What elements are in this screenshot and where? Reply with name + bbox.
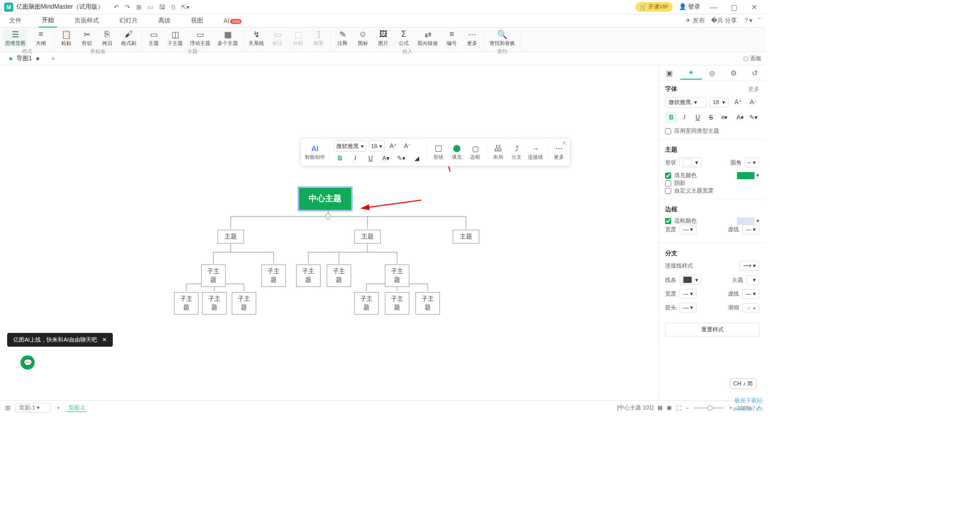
line-width-select[interactable]: — ▾ xyxy=(679,289,697,299)
ai-button[interactable]: AI智能创作 xyxy=(305,144,325,161)
save-icon[interactable]: 🖫 xyxy=(159,4,165,11)
tab-pagestyle[interactable]: 页面样式 xyxy=(71,14,102,27)
border-color-swatch[interactable] xyxy=(737,218,754,225)
bold-icon[interactable]: B xyxy=(334,153,346,164)
fill-button[interactable]: 填充 xyxy=(450,144,464,161)
ime-indicator[interactable]: CH ♪ 简 xyxy=(730,378,757,389)
font-decrease-icon[interactable]: A⁻ xyxy=(747,96,760,108)
branch-button[interactable]: ⤴分支 xyxy=(509,144,524,161)
underline-icon[interactable]: U xyxy=(692,112,704,123)
multi-topic-button[interactable]: ▦多个主题 xyxy=(215,30,240,47)
export-icon[interactable]: ⇱▾ xyxy=(181,4,189,11)
layout-button[interactable]: 品布局 xyxy=(491,144,505,161)
font-increase-icon[interactable]: A⁺ xyxy=(387,140,399,152)
rp-tab-style[interactable]: ▣ xyxy=(659,67,680,79)
panel-toggle[interactable]: ▢ 面板 xyxy=(743,55,762,62)
tab-start[interactable]: 开始 xyxy=(39,14,57,28)
font-select[interactable]: 微软雅黑 ▾ xyxy=(334,140,366,152)
page-select[interactable]: 页面-1 ▾ xyxy=(15,403,51,413)
font-decrease-icon[interactable]: A⁻ xyxy=(401,140,413,152)
number-button[interactable]: ≡编号 xyxy=(443,30,460,47)
paste-button[interactable]: 📋粘贴 xyxy=(58,30,75,47)
font-color-icon[interactable]: A▾ xyxy=(380,153,392,164)
subtopic-node[interactable]: 子主题 xyxy=(415,292,440,315)
border-dash-select[interactable]: — ▾ xyxy=(742,225,760,234)
border-width-select[interactable]: — ▾ xyxy=(679,225,697,234)
tab-file[interactable]: 文件 xyxy=(6,14,24,27)
subtopic-node[interactable]: 子主题 xyxy=(174,292,199,315)
clear-format-icon[interactable]: ◢ xyxy=(410,153,423,164)
topic-button[interactable]: ▭主题 xyxy=(145,30,162,47)
tab-advanced[interactable]: 高级 xyxy=(155,14,174,27)
fill-checkbox[interactable] xyxy=(665,173,671,179)
page-tab[interactable]: 页面-1 xyxy=(66,404,87,412)
apply-same-type-checkbox[interactable] xyxy=(665,128,671,134)
tab-view[interactable]: 视图 xyxy=(188,14,206,27)
new-icon[interactable]: ⊞ xyxy=(136,4,141,11)
tab-slides[interactable]: 幻灯片 xyxy=(116,14,141,27)
undo-icon[interactable]: ↶ xyxy=(114,4,119,11)
topic-node[interactable]: 主题 xyxy=(453,230,479,244)
border-button[interactable]: ▢边框 xyxy=(468,144,482,161)
subtopic-node[interactable]: 子主题 xyxy=(232,292,256,315)
subtopic-node[interactable]: 子主题 xyxy=(296,264,321,287)
relation-button[interactable]: ↯关系线 xyxy=(247,30,266,47)
shape-button[interactable]: 形状 xyxy=(431,144,446,161)
window-close[interactable]: ✕ xyxy=(747,3,762,11)
central-topic-node[interactable]: 中心主题 xyxy=(299,188,351,210)
font-more[interactable]: 更多 xyxy=(748,85,760,93)
zoom-out-icon[interactable]: − xyxy=(685,405,689,411)
window-maximize[interactable]: ▢ xyxy=(727,3,741,11)
strike-icon[interactable]: S xyxy=(705,112,717,123)
shape-select[interactable]: ▾ xyxy=(679,157,702,167)
shadow-checkbox[interactable] xyxy=(665,180,671,186)
vip-button[interactable]: 🛒 开通VIP xyxy=(635,2,673,12)
help-icon[interactable]: ？▾ xyxy=(743,16,752,25)
underline-icon[interactable]: U xyxy=(364,153,377,164)
subtopic-node[interactable]: 子主题 xyxy=(261,264,286,287)
collapse-ribbon-icon[interactable]: ˆ xyxy=(758,17,761,25)
font-size-select[interactable]: 18 ▾ xyxy=(709,98,729,107)
mode-mindmap[interactable]: ☰思维导图 xyxy=(3,30,28,47)
fullscreen-icon[interactable]: ⛶ xyxy=(676,405,681,411)
window-minimize[interactable]: — xyxy=(706,3,721,11)
subtopic-node[interactable]: 子主题 xyxy=(385,292,409,315)
rp-tab-format[interactable]: ✦ xyxy=(680,66,702,80)
highlight-icon[interactable]: ✎▾ xyxy=(395,153,407,164)
find-replace-button[interactable]: 🔍查找和替换 xyxy=(487,30,517,47)
zoom-slider[interactable] xyxy=(693,407,724,409)
tab-ai[interactable]: AIHot xyxy=(220,15,244,27)
bold-icon[interactable]: B xyxy=(665,112,677,123)
corner-select[interactable]: ⌐ ▾ xyxy=(745,158,760,167)
line-color-select[interactable]: ▾ xyxy=(679,275,702,285)
taper-select[interactable]: ⟋ ▾ xyxy=(742,303,760,312)
cut-button[interactable]: ✂剪切 xyxy=(78,30,95,47)
connector-style-select[interactable]: ⟶ ▾ xyxy=(740,261,760,271)
subtopic-node[interactable]: 子主题 xyxy=(202,292,227,315)
rp-tab-tag[interactable]: ◎ xyxy=(702,67,723,79)
ai-fab-button[interactable]: 💬 xyxy=(20,355,35,370)
redo-icon[interactable]: ↷ xyxy=(125,4,130,11)
italic-icon[interactable]: I xyxy=(678,112,691,123)
note-button[interactable]: ✎注释 xyxy=(334,30,351,47)
border-color-checkbox[interactable] xyxy=(665,218,671,224)
print-icon[interactable]: ⎙ xyxy=(172,4,175,11)
fill-color-swatch[interactable] xyxy=(737,172,754,179)
branch-theme-select[interactable]: ▾ xyxy=(746,275,760,285)
subtopic-node[interactable]: 子主题 xyxy=(354,292,379,315)
font-increase-icon[interactable]: A⁺ xyxy=(732,96,744,108)
arrow-select[interactable]: — ▾ xyxy=(679,303,697,312)
rp-tab-settings[interactable]: ⚙ xyxy=(723,67,744,79)
copy-button[interactable]: ⎘拷贝 xyxy=(99,30,116,47)
view-thumb-icon[interactable]: ▣ xyxy=(667,404,672,411)
open-icon[interactable]: ▭ xyxy=(148,4,153,11)
size-select[interactable]: 18 ▾ xyxy=(369,140,385,152)
rp-tab-history[interactable]: ↺ xyxy=(744,67,766,79)
font-color-icon[interactable]: A▾ xyxy=(734,112,746,123)
add-doc-tab[interactable]: ＋ xyxy=(50,54,57,63)
subtopic-node[interactable]: 子主题 xyxy=(327,264,351,287)
custom-width-checkbox[interactable] xyxy=(665,188,671,194)
align-icon[interactable]: ≡▾ xyxy=(718,112,730,123)
connector-button[interactable]: →连接线 xyxy=(528,144,543,161)
subtopic-node[interactable]: 子主题 xyxy=(201,264,226,287)
